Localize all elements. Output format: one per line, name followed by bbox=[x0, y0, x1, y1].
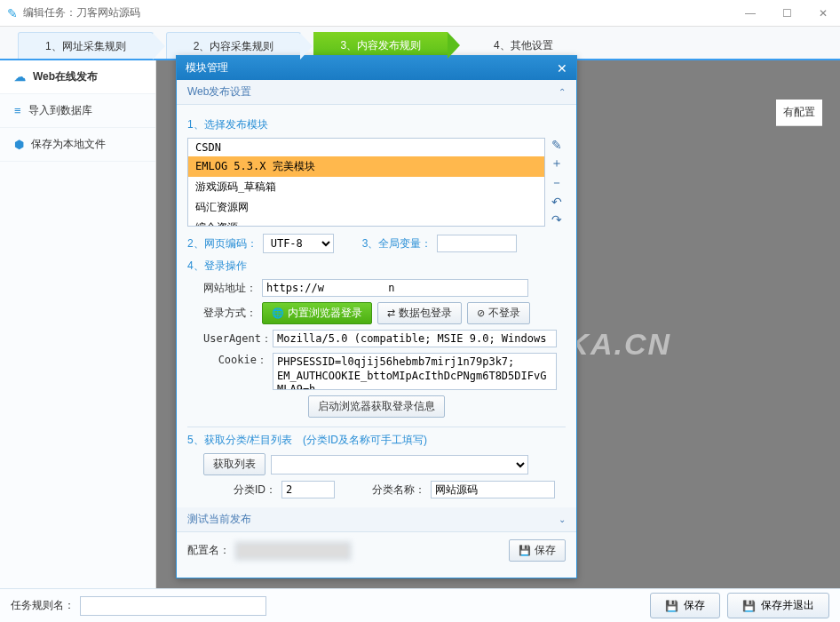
step3-label: 3、全局变量： bbox=[362, 236, 432, 251]
remove-icon[interactable]: － bbox=[551, 175, 563, 191]
get-list-button[interactable]: 获取列表 bbox=[203, 453, 265, 475]
sidebar-item-label: 保存为本地文件 bbox=[31, 137, 106, 152]
global-var-input[interactable] bbox=[437, 235, 517, 252]
disk-icon: 💾 bbox=[742, 600, 756, 612]
window-title: 编辑任务：刀客网站源码 bbox=[23, 5, 740, 20]
dialog-close-button[interactable]: ✕ bbox=[557, 61, 567, 76]
list-item[interactable]: 综合资源 bbox=[188, 218, 544, 227]
module-manager-dialog: 模块管理 ✕ Web发布设置 ⌃ 1、选择发布模块 CSDN EMLOG 5.3… bbox=[176, 55, 577, 578]
section-title: Web发布设置 bbox=[187, 84, 251, 100]
save-button[interactable]: 💾保存 bbox=[650, 593, 720, 618]
login-mode-label: 登录方式： bbox=[203, 306, 257, 321]
site-url-label: 网站地址： bbox=[203, 281, 257, 296]
useragent-label: UserAgent： bbox=[203, 331, 267, 347]
category-select[interactable] bbox=[271, 455, 528, 474]
edit-icon[interactable]: ✎ bbox=[551, 138, 562, 152]
cloud-icon: ☁ bbox=[14, 70, 26, 84]
config-name-label: 配置名： bbox=[187, 543, 230, 558]
globe-icon: 🌐 bbox=[272, 307, 284, 319]
encoding-select[interactable]: UTF-8 bbox=[263, 234, 334, 253]
sidebar-item-label: Web在线发布 bbox=[33, 69, 98, 84]
config-hint: 有配置 bbox=[776, 100, 822, 126]
footer-bar: 任务规则名： 💾保存 💾保存并退出 bbox=[0, 588, 840, 622]
browser-login-button[interactable]: 🌐内置浏览器登录 bbox=[262, 302, 372, 324]
useragent-input[interactable] bbox=[273, 330, 557, 347]
save-exit-button[interactable]: 💾保存并退出 bbox=[727, 593, 829, 618]
dialog-titlebar: 模块管理 ✕ bbox=[177, 56, 576, 80]
test-publish-label: 测试当前发布 bbox=[187, 512, 251, 527]
section-header[interactable]: Web发布设置 ⌃ bbox=[177, 80, 576, 105]
test-publish-header[interactable]: 测试当前发布 ⌄ bbox=[177, 507, 576, 532]
list-tool-column: ✎ ＋ － ↶ ↷ bbox=[548, 138, 566, 227]
category-id-input[interactable] bbox=[281, 481, 335, 498]
close-button[interactable]: ✕ bbox=[813, 5, 833, 21]
tab-url-rules[interactable]: 1、网址采集规则 bbox=[18, 32, 154, 59]
dialog-title: 模块管理 bbox=[186, 60, 228, 76]
fetch-login-info-button[interactable]: 启动浏览器获取登录信息 bbox=[308, 395, 445, 418]
packet-login-button[interactable]: ⇄数据包登录 bbox=[377, 302, 462, 324]
app-icon: ✎ bbox=[7, 6, 18, 20]
maximize-button[interactable]: ☐ bbox=[777, 5, 797, 21]
sidebar-item-import-db[interactable]: ≡ 导入到数据库 bbox=[0, 94, 155, 128]
cookie-textarea[interactable]: PHPSESSID=l0qjij56hebmb7mirj1n79p3k7; EM… bbox=[273, 353, 557, 390]
list-item[interactable]: 码汇资源网 bbox=[188, 197, 544, 218]
list-item[interactable]: CSDN bbox=[188, 139, 544, 156]
title-bar: ✎ 编辑任务：刀客网站源码 — ☐ ✕ bbox=[0, 0, 840, 27]
sidebar: ☁ Web在线发布 ≡ 导入到数据库 ⬢ 保存为本地文件 bbox=[0, 60, 156, 588]
config-name-input[interactable]: 吗 bbox=[235, 542, 351, 560]
disk-icon: 💾 bbox=[665, 600, 678, 612]
disk-icon: 💾 bbox=[519, 545, 531, 556]
task-name-input[interactable] bbox=[80, 596, 266, 616]
shuffle-icon: ⇄ bbox=[387, 307, 395, 319]
redo-icon[interactable]: ↷ bbox=[551, 212, 562, 227]
minimize-button[interactable]: — bbox=[740, 5, 761, 21]
disk-icon: ⬢ bbox=[14, 138, 24, 151]
database-icon: ≡ bbox=[14, 104, 21, 117]
sidebar-item-save-local[interactable]: ⬢ 保存为本地文件 bbox=[0, 128, 155, 162]
category-id-label: 分类ID： bbox=[234, 482, 276, 498]
module-listbox[interactable]: CSDN EMLOG 5.3.X 完美模块 游戏源码_草稿箱 码汇资源网 综合资… bbox=[187, 138, 545, 227]
window-buttons: — ☐ ✕ bbox=[740, 5, 833, 21]
step5-label: 5、获取分类/栏目列表 (分类ID及名称可手工填写) bbox=[187, 433, 427, 448]
category-name-label: 分类名称： bbox=[372, 482, 425, 498]
site-url-input[interactable] bbox=[262, 279, 528, 297]
add-icon[interactable]: ＋ bbox=[551, 156, 563, 171]
cookie-label: Cookie： bbox=[203, 353, 267, 368]
sidebar-item-web-publish[interactable]: ☁ Web在线发布 bbox=[0, 60, 155, 94]
collapse-icon[interactable]: ⌃ bbox=[559, 87, 566, 97]
list-item[interactable]: 游戏源码_草稿箱 bbox=[188, 177, 544, 197]
undo-icon[interactable]: ↶ bbox=[551, 195, 562, 209]
sidebar-item-label: 导入到数据库 bbox=[28, 103, 92, 118]
category-name-input[interactable] bbox=[431, 481, 555, 498]
block-icon: ⊘ bbox=[477, 307, 485, 319]
main-area: 有配置 3KA.CN 模块管理 ✕ Web发布设置 ⌃ 1、选择发布模块 CSD… bbox=[156, 60, 840, 588]
step2-label: 2、网页编码： bbox=[187, 236, 258, 251]
save-config-button[interactable]: 💾保存 bbox=[509, 539, 566, 562]
no-login-button[interactable]: ⊘不登录 bbox=[467, 302, 530, 324]
step4-label: 4、登录操作 bbox=[187, 259, 247, 274]
chevron-down-icon[interactable]: ⌄ bbox=[559, 514, 566, 524]
task-name-label: 任务规则名： bbox=[11, 598, 75, 613]
step1-label: 1、选择发布模块 bbox=[187, 117, 268, 132]
list-item[interactable]: EMLOG 5.3.X 完美模块 bbox=[188, 156, 544, 177]
